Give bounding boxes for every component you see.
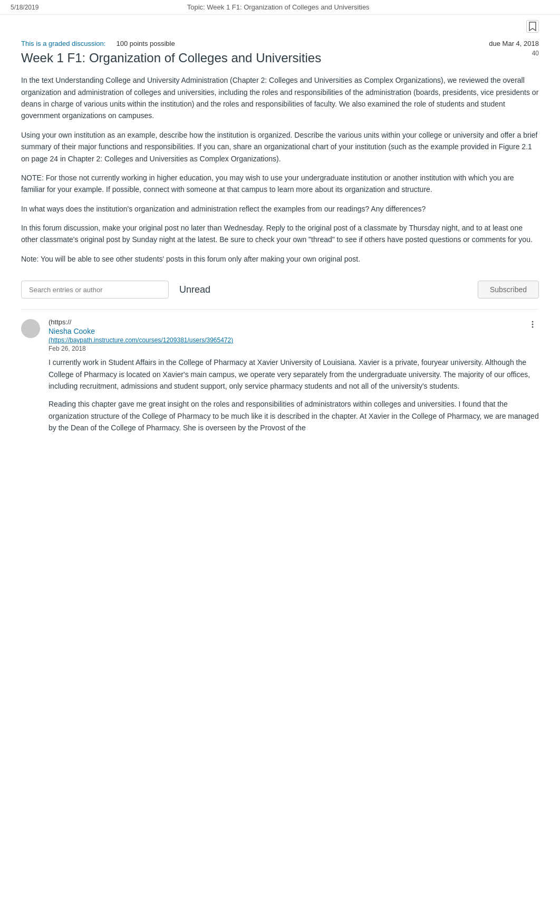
post-content: (https:// Niesha Cooke (https://baypath.…	[49, 318, 539, 440]
body-paragraph-1: In the text Understanding College and Un…	[21, 74, 539, 122]
top-bar-date: 5/18/2019	[11, 4, 38, 11]
search-input[interactable]	[29, 286, 161, 294]
search-input-container[interactable]	[21, 281, 169, 299]
posts-section: (https:// Niesha Cooke (https://baypath.…	[21, 309, 539, 448]
discussion-title: Week 1 F1: Organization of Colleges and …	[21, 50, 321, 66]
post-author-short: (https://	[49, 318, 233, 326]
unread-label[interactable]: Unread	[179, 284, 210, 295]
reply-count-badge: 40	[523, 50, 539, 57]
svg-point-0	[532, 321, 534, 323]
bookmark-icon[interactable]	[526, 20, 539, 33]
top-bar: 5/18/2019 Topic: Week 1 F1: Organization…	[0, 0, 560, 15]
subscribed-button[interactable]: Subscribed	[478, 281, 539, 299]
search-filter-bar: Unread Subscribed	[21, 281, 539, 299]
points-text: 100 points possible	[116, 40, 175, 47]
avatar	[21, 319, 40, 338]
body-paragraph-6: Note: You will be able to see other stud…	[21, 253, 539, 265]
body-paragraph-3: NOTE: For those not currently working in…	[21, 172, 539, 196]
post-author-url: (https://baypath.instructure.com/courses…	[49, 336, 233, 344]
due-date: due Mar 4, 2018	[489, 40, 539, 47]
svg-point-1	[532, 324, 534, 325]
body-paragraph-4: In what ways does the institution's orga…	[21, 203, 539, 215]
post-body: I currently work in Student Affairs in t…	[49, 357, 539, 434]
graded-label: This is a graded discussion:	[21, 40, 105, 47]
top-bar-title: Topic: Week 1 F1: Organization of Colleg…	[38, 3, 518, 11]
post-author-link[interactable]: Niesha Cooke	[49, 327, 233, 335]
table-row: (https:// Niesha Cooke (https://baypath.…	[21, 309, 539, 448]
post-body-paragraph-2: Reading this chapter gave me great insig…	[49, 398, 539, 434]
post-meta: (https:// Niesha Cooke (https://baypath.…	[49, 318, 233, 352]
post-body-paragraph-1: I currently work in Student Affairs in t…	[49, 357, 539, 392]
discussion-body: In the text Understanding College and Un…	[21, 74, 539, 265]
body-paragraph-2: Using your own institution as an example…	[21, 129, 539, 165]
post-date: Feb 26, 2018	[49, 345, 233, 352]
post-actions-icon[interactable]	[526, 318, 539, 331]
body-paragraph-5: In this forum discussion, make your orig…	[21, 222, 539, 246]
svg-point-2	[532, 326, 534, 328]
